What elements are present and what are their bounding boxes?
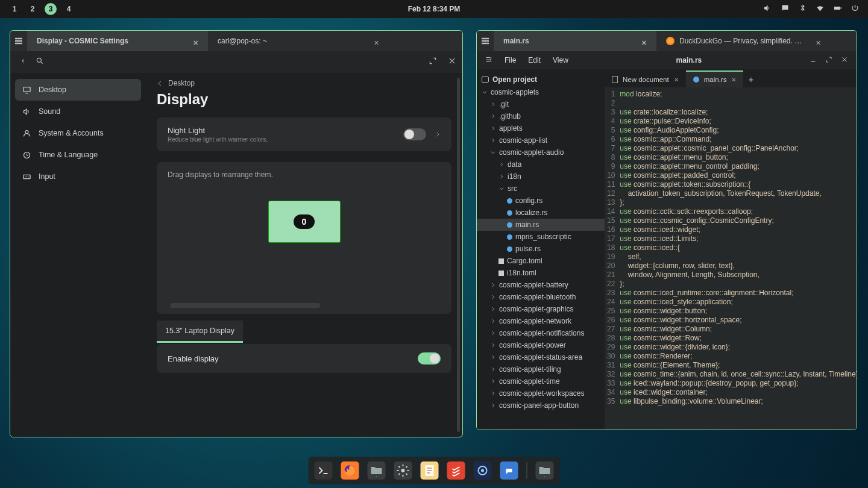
- maximize-icon[interactable]: [825, 56, 832, 65]
- workspace-3[interactable]: 3: [45, 3, 57, 15]
- editor-tab[interactable]: main.rs: [686, 70, 744, 87]
- night-light-row[interactable]: Night Light Reduce blue light with warme…: [157, 117, 451, 151]
- close-icon[interactable]: [448, 57, 456, 67]
- tree-file[interactable]: i18n.toml: [477, 267, 605, 279]
- tree-folder[interactable]: cosmic-applet-workspaces: [477, 387, 605, 399]
- code-lines[interactable]: mod localize;use crate::localize::locali…: [620, 87, 857, 430]
- tree-file[interactable]: main.rs: [477, 219, 605, 231]
- rust-file-icon: [507, 246, 512, 252]
- window-tab[interactable]: main.rs: [494, 31, 656, 51]
- breadcrumb[interactable]: Desktop: [157, 79, 451, 87]
- settings-titlebar[interactable]: Display - COSMIC Settingscarl@pop-os: ~: [10, 31, 462, 51]
- tree-folder[interactable]: cosmic-applet-bluetooth: [477, 291, 605, 303]
- tree-file[interactable]: pulse.rs: [477, 243, 605, 255]
- dock-firefox-icon[interactable]: ...: [341, 461, 359, 480]
- tab-close-icon[interactable]: [374, 39, 379, 44]
- wifi-icon[interactable]: [816, 4, 825, 14]
- tree-folder[interactable]: cosmic-applet-network: [477, 315, 605, 327]
- bluetooth-icon[interactable]: [798, 4, 807, 14]
- window-tab[interactable]: Display - COSMIC Settings: [27, 31, 208, 51]
- workspace-4[interactable]: 4: [63, 3, 75, 15]
- tree-folder[interactable]: data: [477, 158, 605, 170]
- sidebar-item-sound[interactable]: Sound: [15, 101, 141, 122]
- tab-close-icon[interactable]: [731, 76, 736, 83]
- tree-folder[interactable]: cosmic-applet-time: [477, 375, 605, 387]
- sidebar-item-input[interactable]: Input: [15, 166, 141, 187]
- dock-todoist-icon[interactable]: [447, 461, 465, 480]
- window-tab[interactable]: carl@pop-os: ~: [208, 31, 389, 51]
- dock-terminal-icon[interactable]: .: [315, 461, 333, 480]
- chevron-right-icon[interactable]: [435, 129, 441, 140]
- tab-close-icon[interactable]: [816, 39, 821, 44]
- editor-titlebar[interactable]: main.rsDuckDuckGo — Privacy, simplified.…: [477, 31, 857, 51]
- menu-edit[interactable]: Edit: [528, 56, 541, 64]
- window-tab[interactable]: DuckDuckGo — Privacy, simplified. — Mozi…: [656, 31, 831, 51]
- dock-text-icon[interactable]: .: [421, 461, 439, 480]
- tree-file[interactable]: Cargo.toml: [477, 255, 605, 267]
- svg-rect-1: [841, 7, 841, 9]
- tree-folder[interactable]: src: [477, 183, 605, 195]
- dock-files-icon[interactable]: .: [368, 461, 386, 480]
- tree-folder[interactable]: cosmic-applet-tiling: [477, 363, 605, 375]
- panel-toggle-icon[interactable]: [485, 56, 492, 65]
- tree-folder[interactable]: cosmic-applet-audio: [477, 146, 605, 158]
- search-icon[interactable]: [36, 57, 44, 67]
- tree-folder[interactable]: cosmic-panel-app-button: [477, 399, 605, 411]
- tree-folder[interactable]: cosmic-app-list: [477, 134, 605, 146]
- workspace-1[interactable]: 1: [8, 3, 20, 15]
- display-monitor[interactable]: 0: [268, 201, 341, 243]
- sidebar-item-label: Desktop: [39, 86, 66, 94]
- sidebar-item-clock[interactable]: Time & Language: [15, 144, 141, 166]
- tree-file[interactable]: mpris_subscriptic: [477, 231, 605, 243]
- horizontal-scrollbar[interactable]: [170, 303, 320, 308]
- tree-folder[interactable]: cosmic-applet-battery: [477, 279, 605, 291]
- menu-view[interactable]: View: [553, 56, 568, 64]
- tree-folder[interactable]: cosmic-applet-power: [477, 339, 605, 351]
- dock-obs-icon[interactable]: [474, 461, 492, 480]
- tree-folder[interactable]: .git: [477, 98, 605, 110]
- tree-folder[interactable]: applets: [477, 122, 605, 134]
- tree-folder[interactable]: cosmic-applet-status-area: [477, 351, 605, 363]
- sidebar-item-desktop[interactable]: Desktop: [15, 79, 141, 101]
- tree-file[interactable]: localize.rs: [477, 207, 605, 219]
- dock-settings-icon[interactable]: .: [394, 461, 412, 480]
- tree-folder[interactable]: cosmic-applet-graphics: [477, 303, 605, 315]
- volume-icon[interactable]: [763, 4, 772, 14]
- dock-chat-icon[interactable]: [500, 461, 518, 480]
- sidebar-item-user[interactable]: System & Accounts: [15, 122, 141, 144]
- display-arrangement-area[interactable]: Drag displays to rearrange them. 0: [157, 162, 451, 314]
- clock[interactable]: Feb 12 8:34 PM: [408, 5, 461, 13]
- project-tree[interactable]: Open project cosmic-applets.git.githubap…: [477, 69, 605, 430]
- tab-close-icon[interactable]: [641, 39, 647, 44]
- tree-folder[interactable]: cosmic-applet-notifications: [477, 327, 605, 339]
- panel-toggle-icon[interactable]: [16, 57, 25, 67]
- tree-file[interactable]: config.rs: [477, 195, 605, 207]
- code-editor[interactable]: 1234567891011121314151617181920212223242…: [605, 87, 857, 430]
- enable-display-toggle[interactable]: [418, 352, 441, 364]
- dock-files2-icon[interactable]: .: [536, 461, 554, 480]
- workspace-2[interactable]: 2: [27, 3, 39, 15]
- battery-icon[interactable]: [833, 4, 842, 14]
- menu-file[interactable]: File: [505, 56, 516, 64]
- chat-icon[interactable]: [781, 4, 790, 14]
- tree-folder[interactable]: cosmic-applets: [477, 86, 605, 98]
- tab-close-icon[interactable]: [674, 76, 679, 83]
- editor-tab[interactable]: New document: [605, 70, 686, 87]
- minimize-icon[interactable]: [810, 56, 817, 65]
- open-project-header[interactable]: Open project: [477, 73, 605, 86]
- new-tab-button[interactable]: +: [743, 70, 758, 87]
- display-selector-tab[interactable]: 15.3" Laptop Display: [157, 321, 243, 343]
- workspaces-icon[interactable]: [10, 36, 27, 46]
- content-scrollbar[interactable]: [457, 78, 460, 432]
- tree-folder[interactable]: i18n: [477, 170, 605, 183]
- dock[interactable]: ........: [309, 457, 560, 484]
- tab-close-icon[interactable]: [193, 39, 198, 44]
- night-light-toggle[interactable]: [403, 128, 426, 140]
- close-icon[interactable]: [841, 56, 848, 65]
- workspaces-icon[interactable]: [477, 36, 494, 46]
- tree-folder[interactable]: .github: [477, 110, 605, 122]
- running-indicator: .: [429, 472, 430, 478]
- power-icon[interactable]: [851, 4, 860, 14]
- settings-window: Display - COSMIC Settingscarl@pop-os: ~ …: [10, 30, 463, 437]
- maximize-icon[interactable]: [429, 57, 437, 67]
